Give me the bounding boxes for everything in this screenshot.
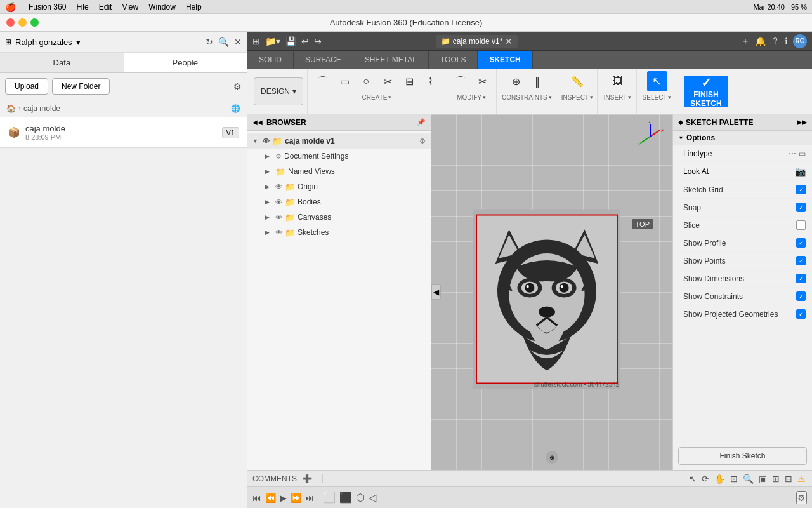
help-button[interactable]: ？ <box>771 36 780 47</box>
slice-checkbox[interactable] <box>796 220 806 230</box>
add-tab-button[interactable]: ＋ <box>741 36 750 47</box>
tree-arrow-bodies-icon[interactable]: ▶ <box>265 199 273 205</box>
tab-sheet-metal[interactable]: SHEET METAL <box>353 51 429 69</box>
insert-dropdown-icon[interactable]: ▾ <box>628 94 631 100</box>
anim-keyframe-icon[interactable]: ⬜ <box>323 491 336 504</box>
anim-settings-button[interactable]: ⚙ <box>796 491 807 504</box>
panel-collapse-handle[interactable]: ◀ <box>431 284 441 300</box>
close-sidebar-button[interactable]: ✕ <box>234 37 242 47</box>
tree-root-collapse-icon[interactable]: ▼ <box>252 138 260 144</box>
view-mode-button[interactable]: ▣ <box>757 472 768 485</box>
tree-item-document-settings[interactable]: ▶ ⚙ Document Settings <box>247 149 431 164</box>
menu-edit[interactable]: Edit <box>99 3 112 11</box>
constraints-dropdown-icon[interactable]: ▾ <box>549 94 552 100</box>
item-version[interactable]: V1 <box>222 127 239 138</box>
add-comment-button[interactable]: ➕ <box>302 474 312 483</box>
tree-arrow-icon[interactable]: ▶ <box>265 153 273 159</box>
tree-arrow-named-icon[interactable]: ▶ <box>265 168 273 175</box>
environment-button[interactable]: ⊟ <box>783 472 794 485</box>
sketch-grid-checkbox[interactable]: ✓ <box>796 185 806 194</box>
show-projected-checkbox[interactable]: ✓ <box>796 309 806 319</box>
tree-item-origin[interactable]: ▶ 👁 📁 Origin <box>247 179 431 194</box>
breadcrumb-item[interactable]: caja molde <box>23 104 60 113</box>
select-mode-button[interactable]: ↖ <box>688 472 698 485</box>
browser-collapse-button[interactable]: ◀◀ <box>252 119 263 126</box>
tab-tools[interactable]: TOOLS <box>429 51 478 69</box>
redo-button[interactable]: ↪ <box>314 36 322 46</box>
root-settings-icon[interactable]: ⚙ <box>419 137 426 145</box>
options-section-header[interactable]: ▼ Options <box>673 131 812 145</box>
coincident-tool[interactable]: ⊕ <box>506 71 526 91</box>
trim-modify-tool[interactable]: ✂ <box>472 71 492 91</box>
measure-tool[interactable]: 📏 <box>567 71 587 91</box>
line-tool[interactable]: ⌒ <box>313 71 333 91</box>
anim-next-button[interactable]: ⏩ <box>291 493 301 503</box>
orbit-button[interactable]: ⟳ <box>700 472 710 485</box>
lookat-icon[interactable]: 📷 <box>795 166 806 177</box>
finish-sketch-ribbon-button[interactable]: ✓ FINISH SKETCH <box>684 76 728 107</box>
file-dropdown-button[interactable]: 📁▾ <box>265 36 280 46</box>
tree-item-bodies[interactable]: ▶ 👁 📁 Bodies <box>247 194 431 210</box>
anim-path-icon[interactable]: ◁ <box>369 491 376 504</box>
globe-icon[interactable]: 🌐 <box>231 104 240 113</box>
show-dimensions-checkbox[interactable]: ✓ <box>796 274 806 283</box>
maximize-button[interactable] <box>30 18 39 27</box>
refresh-button[interactable]: ↻ <box>206 37 213 47</box>
menu-view[interactable]: View <box>122 3 138 11</box>
avatar[interactable]: RG <box>793 34 807 48</box>
anim-first-button[interactable]: ⏮ <box>252 493 261 503</box>
tab-surface[interactable]: SURFACE <box>294 51 353 69</box>
trim-tool[interactable]: ✂ <box>377 71 398 91</box>
warning-icon[interactable]: ⚠ <box>796 472 807 485</box>
anim-play-button[interactable]: ▶ <box>280 493 287 503</box>
browser-pin-button[interactable]: 📌 <box>417 118 426 126</box>
circle-tool[interactable]: ○ <box>356 71 376 91</box>
tree-item-named-views[interactable]: ▶ 📁 Named Views <box>247 164 431 179</box>
mirror-tool[interactable]: ⊟ <box>399 71 419 91</box>
user-dropdown-icon[interactable]: ▾ <box>76 37 81 47</box>
display-mode-button[interactable]: ⊞ <box>771 472 781 485</box>
bodies-eye-icon[interactable]: 👁 <box>275 198 282 206</box>
rectangle-tool[interactable]: ▭ <box>334 71 355 91</box>
menu-window[interactable]: Window <box>148 3 176 11</box>
tree-arrow-sketches-icon[interactable]: ▶ <box>265 229 273 236</box>
tree-arrow-canvases-icon[interactable]: ▶ <box>265 214 273 220</box>
origin-eye-icon[interactable]: 👁 <box>275 183 282 190</box>
home-icon[interactable]: 🏠 <box>6 104 16 113</box>
anim-circle-icon[interactable]: ⬡ <box>356 491 365 504</box>
tab-people[interactable]: People <box>124 53 247 72</box>
tree-item-canvases[interactable]: ▶ 👁 📁 Canvases <box>247 210 431 225</box>
anim-rect-icon[interactable]: ⬛ <box>339 491 352 504</box>
question-button[interactable]: ℹ <box>785 36 788 46</box>
tree-item-sketches[interactable]: ▶ 👁 📁 Sketches <box>247 225 431 240</box>
upload-button[interactable]: Upload <box>5 78 48 95</box>
select-dropdown-icon[interactable]: ▾ <box>668 94 671 100</box>
tab-data[interactable]: Data <box>0 53 124 72</box>
apple-menu[interactable]: 🍎 <box>5 2 16 12</box>
minimize-button[interactable] <box>18 18 27 27</box>
canvas-area[interactable]: shutterstock.com • 384472342 TOP X Y Z <box>431 114 672 470</box>
zoom-fit-button[interactable]: ⊡ <box>729 472 739 485</box>
create-dropdown-icon[interactable]: ▾ <box>388 94 391 100</box>
insert-image-tool[interactable]: 🖼 <box>608 71 628 91</box>
select-tool[interactable]: ↖ <box>647 71 667 91</box>
offset-tool[interactable]: ⌇ <box>421 71 441 91</box>
folder-settings-button[interactable]: ⚙ <box>233 81 242 91</box>
linetype-icon-1[interactable]: ⋯ <box>789 149 796 158</box>
pan-button[interactable]: ✋ <box>713 472 726 485</box>
zoom-button[interactable]: 🔍 <box>742 472 755 485</box>
menu-fusion[interactable]: Fusion 360 <box>29 3 66 11</box>
tab-sketch[interactable]: SKETCH <box>478 51 532 69</box>
linetype-icon-2[interactable]: ▭ <box>799 149 806 158</box>
tab-close-button[interactable]: ✕ <box>505 36 513 46</box>
fillet-tool[interactable]: ⌒ <box>450 71 471 91</box>
anim-last-button[interactable]: ⏭ <box>305 493 314 503</box>
grid-icon[interactable]: ⊞ <box>5 37 11 46</box>
inspect-dropdown-icon[interactable]: ▾ <box>590 94 593 100</box>
show-points-checkbox[interactable]: ✓ <box>796 256 806 265</box>
tree-root-item[interactable]: ▼ 👁 📁 caja molde v1 ⚙ <box>247 133 431 149</box>
canvases-eye-icon[interactable]: 👁 <box>275 213 282 221</box>
notification-button[interactable]: 🔔 <box>755 36 766 46</box>
collinear-tool[interactable]: ‖ <box>527 71 547 91</box>
new-folder-button[interactable]: New Folder <box>52 78 110 95</box>
